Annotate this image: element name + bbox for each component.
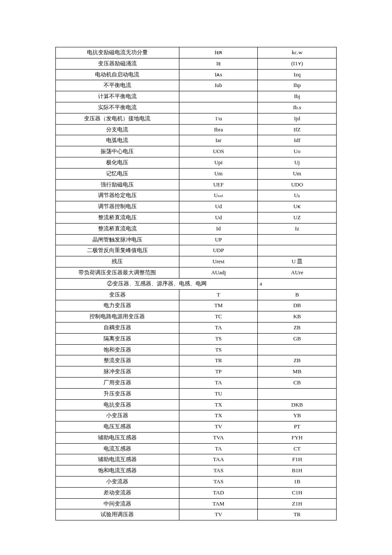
cell-new-symbol: TAS [179,465,258,477]
cell-new-symbol: Ibra [179,124,258,135]
table-row: 中间变流器TAMZ1H [56,498,337,509]
table-row: 控制电路电源用变压器TCKB [56,311,337,323]
cell-old-symbol: FYH [258,432,337,443]
table-row: 记忆电压UmUm [56,168,337,179]
cell-old-symbol: kc.w [258,47,337,58]
cell-new-symbol: Iar [179,135,258,146]
section-header-right: a [258,278,337,289]
cell-new-symbol: TP [179,366,258,378]
cell-name: 实际不平衡电流 [56,102,179,113]
cell-new-symbol: TS [179,333,258,344]
cell-old-symbol: GB [258,333,337,344]
cell-name: 电动机自启动电流 [56,69,179,80]
cell-old-symbol: Uo [258,146,337,157]
table-row: 自耦变压器TAZB [56,322,337,333]
cell-new-symbol: TA [179,443,258,454]
cell-name: 变压器 [56,289,179,300]
table-row: 变压器励磁涌流Iᴇ(I1ʏ) [56,58,337,69]
table-row: 电力变压器TMDB [56,300,337,311]
cell-old-symbol: DKB [258,399,337,410]
section-header-row: ②变压器、互感器、源序器、电感、电网 a [56,278,337,289]
table-row: 强行励磁电压UEFUDO [56,179,337,190]
cell-name: 控制电路电源用变压器 [56,311,179,323]
cell-old-symbol: 1B [258,477,337,488]
table-row: 电流互感器TACT [56,443,337,454]
cell-new-symbol: TC [179,311,258,323]
table-row: 晶闸管触发脉冲电压UP [56,234,337,245]
cell-name: 带负荷调压变压器最大调整范围 [56,267,179,278]
cell-name: 分支电流 [56,124,179,135]
table-row: 带负荷调压变压器最大调整范围AUadjAUre [56,267,337,278]
cell-name: 中间变流器 [56,498,179,509]
cell-old-symbol: Z1H [258,498,337,509]
cell-name: 辅助电流互感器 [56,454,179,465]
cell-name: 计算不平衡电流 [56,91,179,102]
cell-new-symbol: T [179,289,258,300]
cell-new-symbol: TM [179,300,258,311]
cell-new-symbol: TV [179,421,258,433]
cell-new-symbol: TA [179,377,258,388]
cell-name: 残压 [56,256,179,267]
cell-old-symbol [258,245,337,256]
cell-name: 小变流器 [56,477,179,488]
cell-old-symbol: Ijd [258,113,337,124]
table-row: 整流桥直流电流IdIz [56,223,337,234]
cell-new-symbol: TAS [179,477,258,488]
cell-new-symbol: TX [179,410,258,421]
cell-name: 调节器控制电压 [56,201,179,212]
cell-old-symbol: U₁ [258,190,337,201]
cell-name: 自耦变压器 [56,322,179,333]
cell-old-symbol: Izq [258,69,337,80]
cell-new-symbol: TAD [179,487,258,498]
cell-old-symbol: Uᴋ [258,201,337,212]
cell-name: 差动变流器 [56,487,179,498]
cell-old-symbol: IfZ [258,124,337,135]
cell-name: 饱和变压器 [56,344,179,355]
cell-old-symbol: Ihp [258,80,337,91]
cell-old-symbol: Uj [258,157,337,168]
cell-name: 脉冲变压器 [56,366,179,378]
cell-old-symbol [258,234,337,245]
cell-new-symbol: UDP [179,245,258,256]
table-row: 饱和变压器TS [56,344,337,355]
table-row: 整流桥直流电压UdUZ [56,212,337,223]
cell-old-symbol: (I1ʏ) [258,58,337,69]
cell-new-symbol: TVA [179,432,258,443]
table-row: 不平衡电流IubIhp [56,80,337,91]
table-row: 小变流器TAS1B [56,477,337,488]
cell-name: 不平衡电流 [56,80,179,91]
cell-name: 小变压器 [56,410,179,421]
cell-new-symbol: TAA [179,454,258,465]
cell-name: 振荡中心电压 [56,146,179,157]
cell-old-symbol: YB [258,410,337,421]
cell-new-symbol: Iub [179,80,258,91]
cell-name: 强行励磁电压 [56,179,179,190]
cell-old-symbol: Iz [258,223,337,234]
cell-new-symbol: TA [179,322,258,333]
table-row: 辅助电压互感器TVAFYH [56,432,337,443]
cell-new-symbol: Iᴇ [179,58,258,69]
cell-new-symbol: TR [179,355,258,366]
cell-name: 电抗变压器 [56,399,179,410]
cell-name: 隔离变压器 [56,333,179,344]
table-row: 小变压器TXYB [56,410,337,421]
table-row: 计算不平衡电流Ibj [56,91,337,102]
table-row: 整流变压器TRZB [56,355,337,366]
cell-new-symbol: UOS [179,146,258,157]
cell-new-symbol: Iᴇʀ [179,47,258,58]
cell-old-symbol: C1H [258,487,337,498]
cell-new-symbol: UP [179,234,258,245]
table-row: 电抗变压器TXDKB [56,399,337,410]
table-row: 实际不平衡电流Ib.s [56,102,337,113]
cell-new-symbol: Upi [179,157,258,168]
section-header-left: ②变压器、互感器、源序器、电感、电网 [56,278,258,289]
cell-name: 电抗变励磁电流无功分量 [56,47,179,58]
cell-old-symbol: ZB [258,322,337,333]
cell-name: 整流桥直流电压 [56,212,179,223]
symbol-table: 电抗变励磁电流无功分量Iᴇʀkc.w变压器励磁涌流Iᴇ(I1ʏ)电动机自启动电流… [55,47,337,520]
cell-old-symbol: B1H [258,465,337,477]
cell-old-symbol [258,388,337,399]
table-row: 电压互感器TVPT [56,421,337,433]
cell-old-symbol: PT [258,421,337,433]
cell-name: 整流变压器 [56,355,179,366]
